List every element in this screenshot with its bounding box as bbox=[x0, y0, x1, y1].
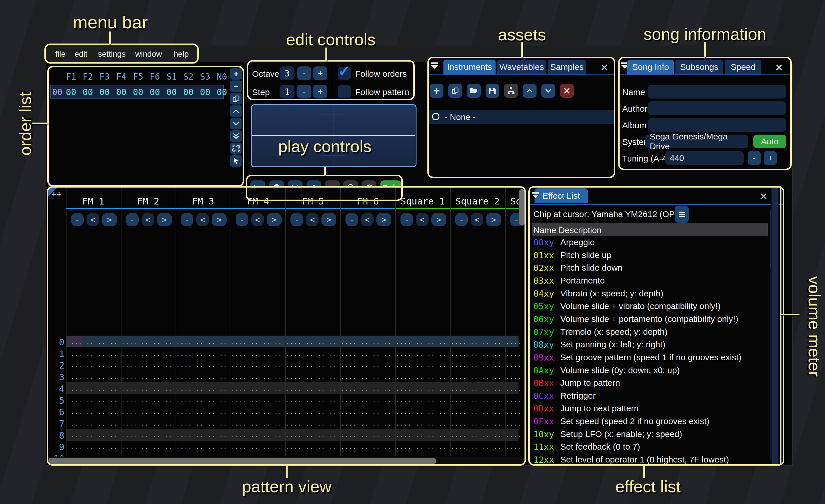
tuning-field[interactable]: 440 bbox=[665, 151, 744, 165]
channel-header-fm-3[interactable]: FM 3 bbox=[192, 196, 214, 207]
channel-collapse-button[interactable]: - bbox=[400, 213, 413, 226]
pattern-cell[interactable]: ... .. .. .. .. bbox=[180, 420, 239, 427]
pattern-cell[interactable]: ... .. .. .. .. bbox=[126, 432, 184, 439]
channel-expand-button[interactable]: > bbox=[212, 213, 227, 226]
pattern-cell[interactable]: ... .. .. .. .. bbox=[70, 397, 129, 404]
channel-expand-button[interactable]: > bbox=[321, 213, 336, 226]
pattern-cell[interactable]: ... .. .. .. .. bbox=[510, 455, 525, 456]
pattern-cell[interactable]: ... .. .. .. .. bbox=[400, 373, 459, 380]
order-deep-clone-button[interactable] bbox=[230, 143, 242, 154]
pattern-cell[interactable]: ... .. .. .. .. bbox=[400, 443, 459, 450]
channel-header-fm-5[interactable]: FM 5 bbox=[302, 196, 324, 207]
channel-shrink-button[interactable]: < bbox=[306, 213, 318, 226]
pattern-cell[interactable]: ... .. .. .. .. bbox=[126, 350, 184, 357]
pattern-cell[interactable]: ... .. .. .. .. bbox=[235, 420, 294, 427]
order-cell[interactable]: 00 bbox=[130, 87, 146, 97]
order-cell[interactable]: 00 bbox=[96, 87, 113, 97]
pattern-cell[interactable]: ... .. .. .. .. bbox=[345, 385, 403, 392]
octave-value[interactable]: 3 bbox=[280, 67, 295, 80]
assets-move-down-button[interactable] bbox=[541, 84, 555, 98]
pattern-cell[interactable]: ... .. .. .. .. bbox=[180, 362, 239, 368]
channel-shrink-button[interactable]: < bbox=[142, 213, 154, 226]
pattern-vscrollbar-thumb[interactable] bbox=[519, 189, 525, 226]
assets-tree-button[interactable] bbox=[504, 84, 518, 98]
pattern-cell[interactable]: ... .. .. .. .. bbox=[400, 455, 459, 456]
effect-list-close-icon[interactable]: × bbox=[760, 189, 767, 203]
pattern-cell[interactable]: ... .. .. .. .. bbox=[510, 373, 525, 380]
pattern-hscrollbar-thumb[interactable] bbox=[49, 457, 436, 464]
pattern-cell[interactable]: ... .. .. .. .. bbox=[400, 420, 459, 427]
pattern-cell[interactable]: ... .. .. .. .. bbox=[235, 385, 294, 392]
pattern-cell[interactable]: ... .. .. .. .. bbox=[180, 432, 239, 439]
channel-header-square-2[interactable]: Square 2 bbox=[455, 196, 500, 207]
pattern-cell[interactable]: ... .. .. .. .. bbox=[345, 373, 403, 380]
tab-effect-list[interactable]: Effect List bbox=[534, 188, 588, 203]
pattern-cell[interactable]: ... .. .. .. .. bbox=[235, 443, 294, 450]
pattern-cell[interactable]: ... .. .. .. .. bbox=[455, 385, 513, 392]
pattern-cell[interactable]: ... .. .. .. .. bbox=[235, 432, 294, 439]
pattern-cell[interactable]: ... .. .. .. .. bbox=[180, 373, 239, 380]
order-move-up-button[interactable] bbox=[230, 105, 242, 117]
pattern-cell[interactable]: ... .. .. .. .. bbox=[290, 455, 349, 456]
pattern-cell[interactable]: ... .. .. .. .. bbox=[510, 397, 525, 404]
pattern-cell[interactable]: ... .. .. .. .. bbox=[455, 373, 513, 380]
channel-expand-button[interactable]: > bbox=[431, 213, 446, 226]
channel-expand-button[interactable]: > bbox=[376, 213, 391, 226]
pattern-cell[interactable]: ... .. .. .. .. bbox=[345, 455, 403, 456]
pattern-cell[interactable]: ... .. .. .. .. bbox=[290, 385, 349, 392]
pattern-cell[interactable]: ... .. .. .. .. bbox=[455, 397, 513, 404]
tuning-minus-button[interactable]: - bbox=[748, 151, 761, 165]
channel-expand-button[interactable]: > bbox=[486, 213, 501, 226]
order-remove-button[interactable]: − bbox=[230, 80, 242, 92]
order-add-button[interactable]: + bbox=[230, 68, 242, 80]
pattern-cell[interactable]: ... .. .. .. .. bbox=[70, 362, 129, 368]
assets-collapse[interactable] bbox=[430, 62, 439, 70]
pattern-cell[interactable]: ... .. .. .. .. bbox=[510, 385, 525, 392]
order-cell[interactable]: 00 bbox=[180, 87, 197, 97]
pattern-cell[interactable]: ... .. .. .. .. bbox=[235, 397, 294, 404]
step-value[interactable]: 1 bbox=[280, 85, 295, 98]
pattern-cell[interactable]: ... .. .. .. .. bbox=[180, 397, 239, 404]
pattern-cell[interactable]: ... .. .. .. .. bbox=[510, 338, 525, 345]
effect-menu-button[interactable] bbox=[675, 205, 689, 223]
pattern-cell[interactable]: ... .. .. .. .. bbox=[290, 397, 349, 404]
pattern-cell[interactable]: ... .. .. .. .. bbox=[400, 408, 459, 415]
channel-header-fm-4[interactable]: FM 4 bbox=[247, 196, 269, 207]
channel-expand-button[interactable]: > bbox=[267, 213, 282, 226]
channel-shrink-button[interactable]: < bbox=[251, 213, 264, 226]
octave-minus-button[interactable]: - bbox=[297, 67, 311, 80]
tab-wavetables[interactable]: Wavetables bbox=[497, 60, 546, 74]
channel-header-fm-6[interactable]: FM 6 bbox=[357, 196, 379, 207]
channel-shrink-button[interactable]: < bbox=[86, 213, 99, 226]
pattern-cell[interactable]: ... .. .. .. .. bbox=[455, 408, 513, 415]
pattern-cell[interactable]: ... .. .. .. .. bbox=[455, 420, 513, 427]
pattern-cell[interactable]: ... .. .. .. .. bbox=[180, 350, 239, 357]
song-info-close-icon[interactable]: × bbox=[775, 61, 783, 74]
pattern-cell[interactable]: ... .. .. .. .. bbox=[126, 455, 184, 456]
step-plus-button[interactable]: + bbox=[313, 85, 327, 98]
assets-duplicate-button[interactable] bbox=[448, 84, 462, 98]
pattern-cell[interactable]: ... .. .. .. .. bbox=[235, 338, 294, 345]
pattern-cell[interactable]: ... .. .. .. .. bbox=[345, 338, 403, 345]
pattern-cell[interactable]: ... .. .. .. .. bbox=[126, 338, 184, 345]
channel-collapse-button[interactable]: - bbox=[455, 213, 468, 226]
order-cell[interactable]: 00 bbox=[197, 87, 213, 97]
order-pointer-button[interactable] bbox=[230, 155, 242, 167]
system-field[interactable]: Sega Genesis/Mega Drive bbox=[645, 135, 748, 148]
assets-add-button[interactable]: + bbox=[430, 84, 443, 98]
pattern-cell[interactable]: ... .. .. .. .. bbox=[510, 350, 525, 357]
pattern-cell[interactable]: ... .. .. .. .. bbox=[510, 432, 525, 439]
pattern-cell[interactable]: ... .. .. .. .. bbox=[400, 385, 459, 392]
channel-shrink-button[interactable]: < bbox=[471, 213, 483, 226]
channel-collapse-button[interactable]: - bbox=[71, 213, 84, 226]
pattern-cell[interactable]: ... .. .. .. .. bbox=[290, 373, 349, 380]
pattern-cell[interactable]: ... .. .. .. .. bbox=[400, 362, 459, 368]
pattern-cell[interactable]: ... .. .. .. .. bbox=[70, 443, 129, 450]
pattern-corner-button[interactable]: ++ bbox=[51, 189, 62, 199]
step-minus-button[interactable]: - bbox=[297, 85, 311, 98]
pattern-cell[interactable]: ... .. .. .. .. bbox=[290, 362, 349, 368]
channel-collapse-button[interactable]: - bbox=[236, 213, 248, 226]
order-cell[interactable]: 00 bbox=[113, 87, 130, 97]
pattern-cell[interactable]: ... .. .. .. .. bbox=[400, 338, 459, 345]
pattern-cell[interactable]: ... .. .. .. .. bbox=[70, 432, 129, 439]
